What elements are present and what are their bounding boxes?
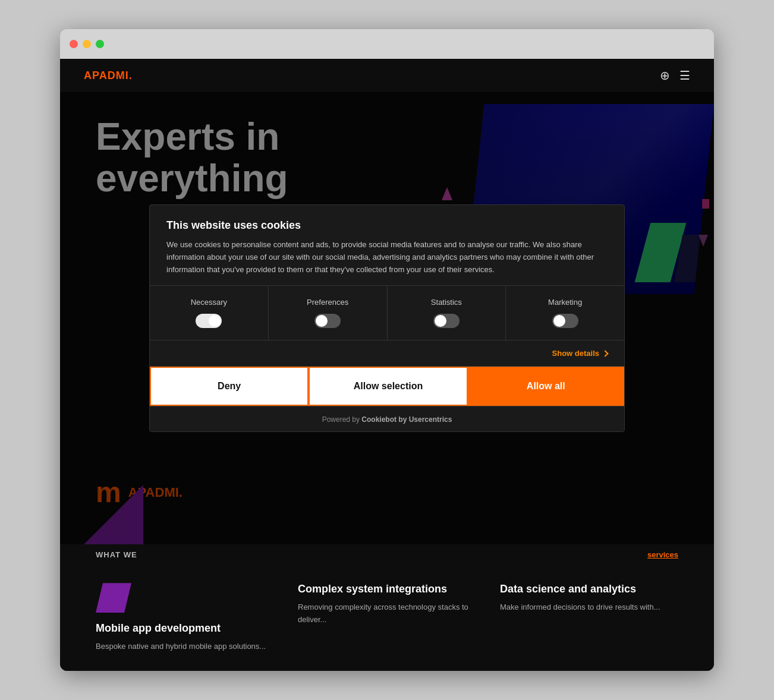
- service-title-mobile: Mobile app development: [96, 622, 274, 635]
- services-grid: Mobile app development Bespoke native an…: [96, 565, 678, 671]
- services-link[interactable]: services: [647, 550, 678, 559]
- cookie-description: We use cookies to personalise content an…: [166, 239, 608, 276]
- close-button[interactable]: [70, 40, 78, 48]
- menu-icon[interactable]: ☰: [679, 68, 690, 83]
- statistics-toggle-thumb: [435, 315, 446, 327]
- necessary-toggle[interactable]: [196, 314, 222, 328]
- what-we-do-label: WHAT WE: [96, 550, 137, 559]
- globe-icon[interactable]: ⊕: [660, 68, 670, 83]
- cookie-tab-marketing[interactable]: Marketing: [506, 286, 624, 340]
- cookie-footer: Powered by Cookiebot by Usercentrics: [150, 406, 624, 431]
- statistics-toggle[interactable]: [433, 314, 460, 328]
- cookie-tab-marketing-label: Marketing: [548, 298, 582, 307]
- service-desc-mobile: Bespoke native and hybrid mobile app sol…: [96, 641, 274, 653]
- show-details-row: Show details: [150, 340, 624, 367]
- service-item-integrations: Complex system integrations Removing com…: [298, 583, 476, 653]
- nav-icons-group: ⊕ ☰: [660, 68, 690, 83]
- cookie-header: This website uses cookies We use cookies…: [150, 205, 624, 286]
- service-desc-integrations: Removing complexity across technology st…: [298, 601, 476, 626]
- powered-by-prefix: Powered by: [322, 415, 362, 424]
- service-desc-data: Make informed decisions to drive results…: [500, 601, 678, 614]
- cookie-tab-statistics-label: Statistics: [431, 298, 462, 307]
- cookie-title: This website uses cookies: [166, 219, 608, 232]
- site-logo: APADMI.: [84, 70, 133, 82]
- hero-section: Experts in everything m APADMI.: [60, 92, 714, 544]
- show-details-label: Show details: [552, 349, 599, 358]
- site-navigation: APADMI. ⊕ ☰: [60, 59, 714, 92]
- powered-by-text: Powered by Cookiebot by Usercentrics: [322, 415, 452, 424]
- maximize-button[interactable]: [96, 40, 104, 48]
- cookie-tab-statistics[interactable]: Statistics: [388, 286, 506, 340]
- browser-chrome: [60, 29, 714, 59]
- preferences-toggle[interactable]: [314, 314, 341, 328]
- service-item-data: Data science and analytics Make informed…: [500, 583, 678, 653]
- below-fold-section: WHAT WE services Mobile app development …: [60, 544, 714, 671]
- cookie-tab-preferences-label: Preferences: [307, 298, 348, 307]
- minimize-button[interactable]: [83, 40, 91, 48]
- show-details-link[interactable]: Show details: [552, 349, 608, 358]
- cookie-tab-necessary[interactable]: Necessary: [150, 286, 269, 340]
- logo-text: APADMI: [84, 70, 129, 81]
- cookie-action-buttons: Deny Allow selection Allow all: [150, 367, 624, 406]
- marketing-toggle[interactable]: [552, 314, 578, 328]
- logo-dot: .: [129, 70, 133, 81]
- service-icon-mobile: [96, 583, 131, 613]
- cookie-tabs: Necessary Preferences: [150, 286, 624, 340]
- cookie-dialog: This website uses cookies We use cookies…: [149, 204, 625, 432]
- service-item-mobile: Mobile app development Bespoke native an…: [96, 583, 274, 653]
- deny-button[interactable]: Deny: [150, 367, 309, 406]
- allow-selection-button[interactable]: Allow selection: [309, 367, 467, 406]
- browser-window: APADMI. ⊕ ☰ Experts in everything: [60, 29, 714, 671]
- cookie-tab-preferences[interactable]: Preferences: [269, 286, 388, 340]
- cookie-tab-necessary-label: Necessary: [191, 298, 227, 307]
- website-content: APADMI. ⊕ ☰ Experts in everything: [60, 59, 714, 671]
- chevron-right-icon: [602, 350, 608, 357]
- powered-by-link[interactable]: Cookiebot by Usercentrics: [361, 415, 452, 424]
- allow-all-button[interactable]: Allow all: [468, 367, 624, 406]
- necessary-toggle-thumb: [209, 315, 221, 327]
- service-title-data: Data science and analytics: [500, 583, 678, 595]
- service-title-integrations: Complex system integrations: [298, 583, 476, 595]
- preferences-toggle-thumb: [316, 315, 328, 327]
- marketing-toggle-thumb: [553, 315, 565, 327]
- cookie-overlay: This website uses cookies We use cookies…: [60, 92, 714, 544]
